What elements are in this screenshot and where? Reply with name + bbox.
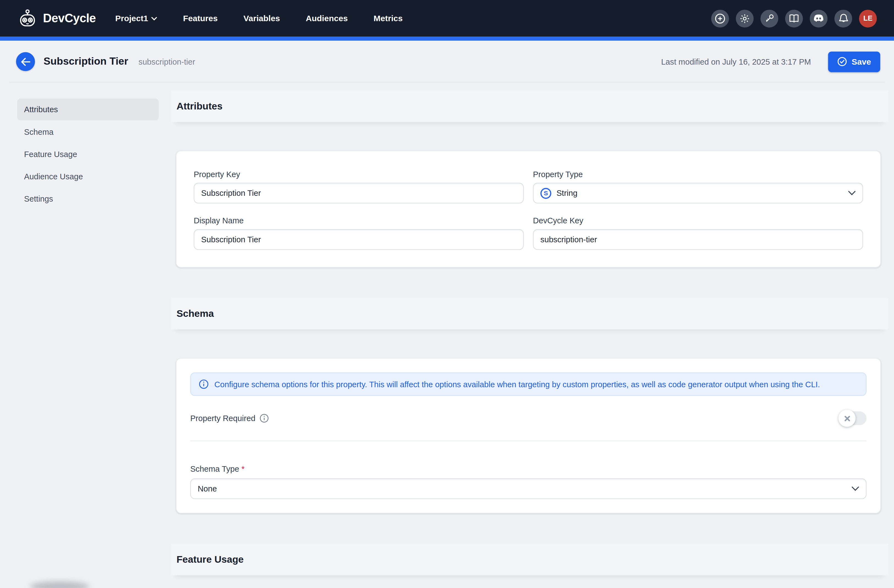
attributes-heading: Attributes [177, 101, 222, 112]
arrow-left-icon [21, 57, 30, 65]
divider [190, 440, 867, 441]
display-name-input[interactable]: Subscription Tier [194, 229, 524, 250]
open-book-icon [789, 14, 800, 23]
devcycle-key-label: DevCycle Key [533, 216, 863, 225]
nav-metrics[interactable]: Metrics [373, 14, 403, 23]
gear-icon [739, 13, 750, 24]
user-avatar[interactable]: LE [859, 9, 877, 27]
sidebar-item-settings[interactable]: Settings [17, 188, 159, 210]
api-keys-button[interactable] [761, 9, 778, 27]
devcycle-key-input[interactable]: subscription-tier [533, 229, 863, 250]
feature-usage-section-header: Feature Usage [171, 544, 888, 575]
info-circle-icon[interactable] [260, 414, 269, 423]
page-header: Subscription Tier subscription-tier Last… [0, 41, 894, 83]
top-navbar: DevCycle Project1 Features Variables Aud… [0, 0, 894, 36]
string-type-icon: S [541, 188, 551, 199]
display-name-label: Display Name [194, 216, 524, 225]
add-new-button[interactable] [711, 9, 729, 27]
property-type-select[interactable]: S String [533, 183, 863, 204]
nav-features[interactable]: Features [183, 14, 217, 23]
chevron-down-icon [848, 191, 855, 196]
check-circle-icon [837, 57, 847, 66]
navbar-actions: LE [711, 9, 877, 27]
content: Attributes Schema Feature Usage Audience… [0, 83, 894, 575]
discord-icon [813, 14, 824, 23]
sidebar-item-audience-usage[interactable]: Audience Usage [17, 166, 159, 187]
schema-info-banner: Configure schema options for this proper… [190, 372, 867, 396]
attributes-section-header: Attributes [171, 90, 888, 122]
display-name-field-group: Display Name Subscription Tier [194, 216, 524, 250]
primary-nav: Project1 Features Variables Audiences Me… [115, 14, 403, 23]
bell-icon [838, 13, 848, 24]
attributes-card: Property Key Subscription Tier Property … [176, 151, 881, 268]
chat-widget-shadow[interactable] [30, 582, 89, 588]
nav-variables[interactable]: Variables [243, 14, 280, 23]
docs-button[interactable] [785, 9, 803, 27]
property-required-row: Property Required [190, 412, 867, 425]
schema-section-header: Schema [171, 298, 888, 329]
settings-button[interactable] [736, 9, 754, 27]
schema-type-label: Schema Type * [190, 464, 867, 473]
sidebar-item-schema[interactable]: Schema [17, 121, 159, 143]
devcycle-logo[interactable]: DevCycle [17, 8, 96, 29]
main-panel: Attributes Property Key Subscription Tie… [171, 90, 888, 575]
chevron-down-icon [152, 16, 157, 20]
accent-strip [0, 36, 894, 41]
devcycle-robot-icon [17, 8, 38, 29]
property-key-label: Property Key [194, 170, 524, 179]
chevron-down-icon [852, 487, 859, 491]
property-required-toggle[interactable] [840, 412, 867, 425]
property-key-field-group: Property Key Subscription Tier [194, 170, 524, 204]
plus-circle-icon [715, 13, 726, 24]
feature-usage-heading: Feature Usage [177, 554, 244, 565]
section-sidebar: Attributes Schema Feature Usage Audience… [17, 98, 159, 210]
page-property-key: subscription-tier [139, 57, 195, 66]
header-actions: Last modified on July 16, 2025 at 3:17 P… [661, 51, 880, 72]
property-type-label: Property Type [533, 170, 863, 179]
sidebar-item-feature-usage[interactable]: Feature Usage [17, 143, 159, 165]
page-title: Subscription Tier [44, 56, 128, 68]
brand-name: DevCycle [43, 12, 96, 25]
required-asterisk: * [242, 464, 245, 473]
nav-audiences[interactable]: Audiences [306, 14, 348, 23]
notifications-button[interactable] [834, 9, 852, 27]
discord-button[interactable] [810, 9, 828, 27]
schema-heading: Schema [177, 308, 214, 320]
last-modified-text: Last modified on July 16, 2025 at 3:17 P… [661, 57, 811, 66]
key-icon [764, 13, 775, 23]
schema-type-select[interactable]: None [190, 478, 867, 499]
devcycle-key-field-group: DevCycle Key subscription-tier [533, 216, 863, 250]
property-required-label: Property Required [190, 414, 255, 423]
property-key-input[interactable]: Subscription Tier [194, 183, 524, 204]
save-button[interactable]: Save [828, 51, 880, 72]
sidebar-item-attributes[interactable]: Attributes [17, 98, 159, 120]
info-circle-icon [199, 379, 208, 389]
nav-project-menu[interactable]: Project1 [115, 14, 157, 23]
back-button[interactable] [16, 52, 35, 71]
toggle-knob [838, 410, 856, 427]
app-window: DevCycle Project1 Features Variables Aud… [0, 0, 894, 588]
property-type-field-group: Property Type S String [533, 170, 863, 204]
schema-card: Configure schema options for this proper… [176, 358, 881, 514]
schema-info-text: Configure schema options for this proper… [214, 380, 820, 389]
schema-type-field-group: Schema Type * None [190, 464, 867, 499]
